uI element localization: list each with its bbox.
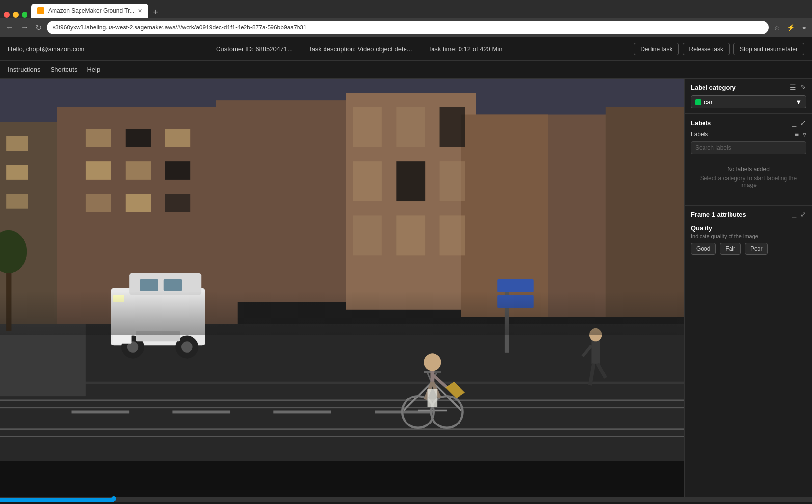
label-category-title: Label category [691, 84, 736, 91]
no-labels-desc: Select a category to start labeling the … [697, 175, 800, 188]
labels-section: Labels ⎯ ⤢ Labels ≡ ▿ No labels added Se… [685, 114, 812, 206]
svg-rect-33 [440, 215, 465, 255]
profile-icon[interactable]: ● [800, 23, 808, 32]
svg-rect-32 [396, 215, 425, 255]
window-close-btn[interactable] [4, 12, 10, 18]
task-time: Task time: 0:12 of 420 Min [428, 45, 503, 53]
svg-rect-37 [172, 411, 230, 414]
svg-rect-14 [86, 129, 111, 147]
quality-good-btn[interactable]: Good [691, 243, 716, 255]
address-bar[interactable] [47, 21, 769, 34]
quality-fair-btn[interactable]: Fair [720, 243, 741, 255]
svg-rect-9 [6, 136, 28, 151]
timeline-thumb [111, 496, 116, 501]
svg-rect-35 [0, 382, 684, 384]
svg-rect-4 [216, 100, 360, 302]
svg-rect-7 [606, 107, 684, 317]
svg-rect-61 [113, 335, 132, 344]
list-view-icon[interactable]: ☰ [790, 83, 796, 91]
svg-rect-13 [6, 194, 28, 208]
minimize-frame-icon[interactable]: ⎯ [792, 211, 796, 218]
forward-btn[interactable]: → [19, 21, 30, 34]
frame-attributes-title: Frame 1 attributes [691, 211, 746, 218]
svg-rect-92 [0, 292, 684, 335]
svg-rect-18 [126, 161, 151, 180]
frame-attributes-section: Frame 1 attributes ⎯ ⤢ Quality Indicate … [685, 206, 812, 262]
category-dropdown[interactable]: car ▼ [691, 95, 806, 108]
minimize-labels-icon[interactable]: ⎯ [792, 119, 796, 127]
funnel-icon[interactable]: ▿ [803, 131, 806, 138]
svg-rect-41 [0, 407, 684, 408]
decline-task-btn[interactable]: Decline task [634, 43, 678, 55]
expand-labels-icon[interactable]: ⤢ [800, 119, 806, 127]
svg-rect-43 [0, 436, 684, 437]
labels-sub-title: Labels [691, 131, 708, 138]
category-color-swatch [695, 99, 701, 105]
svg-rect-38 [273, 411, 331, 414]
new-tab-btn[interactable]: + [150, 7, 162, 18]
labels-title: Labels [691, 119, 711, 127]
search-labels-input[interactable] [691, 141, 806, 154]
app-header: Hello, chopt@amazon.com Customer ID: 688… [0, 37, 812, 61]
quality-label: Quality [691, 224, 806, 232]
svg-rect-25 [353, 107, 382, 147]
svg-rect-22 [165, 194, 190, 212]
label-category-section: Label category ☰ ✎ car ▼ [685, 79, 812, 114]
bookmark-icon[interactable]: ☆ [772, 23, 782, 32]
svg-rect-88 [497, 279, 534, 292]
browser-tab[interactable]: Amazon SageMaker Ground Tr... × [31, 4, 148, 18]
category-selected: car [704, 98, 713, 106]
svg-rect-28 [353, 161, 382, 201]
no-labels-area: No labels added Select a category to sta… [691, 154, 806, 200]
svg-rect-40 [0, 399, 684, 401]
svg-rect-78 [591, 338, 600, 363]
edit-icon[interactable]: ✎ [800, 83, 806, 91]
svg-rect-54 [164, 279, 182, 291]
timeline-progress [0, 498, 114, 502]
svg-rect-53 [140, 279, 158, 291]
svg-rect-36 [71, 411, 129, 414]
tab-close-btn[interactable]: × [138, 7, 142, 15]
extensions-icon[interactable]: ⚡ [785, 23, 797, 32]
user-greeting: Hello, chopt@amazon.com [8, 45, 84, 53]
svg-rect-11 [6, 165, 28, 179]
svg-rect-20 [86, 194, 111, 212]
svg-rect-27 [440, 107, 465, 147]
menu-instructions[interactable]: Instructions [8, 64, 40, 75]
svg-rect-42 [0, 428, 684, 430]
svg-rect-15 [126, 129, 151, 147]
back-btn[interactable]: ← [4, 21, 16, 34]
tab-favicon [37, 7, 44, 14]
timeline-bar[interactable] [0, 498, 812, 502]
svg-rect-19 [165, 161, 190, 180]
tab-title: Amazon SageMaker Ground Tr... [48, 7, 134, 14]
svg-point-74 [424, 353, 441, 371]
menu-bar: Instructions Shortcuts Help [0, 61, 812, 79]
right-panel: Label category ☰ ✎ car ▼ Labels ⎯ [684, 79, 812, 497]
expand-frame-icon[interactable]: ⤢ [800, 211, 806, 218]
toolbar: ▶ ◀ /10 frames ◀◀ ▶▶ [0, 502, 812, 504]
filter-icon[interactable]: ≡ [795, 131, 799, 138]
menu-shortcuts[interactable]: Shortcuts [50, 64, 77, 75]
window-maximize-btn[interactable] [22, 12, 27, 18]
no-labels-title: No labels added [697, 166, 800, 173]
svg-rect-31 [353, 215, 382, 255]
window-minimize-btn[interactable] [13, 12, 19, 18]
video-area [0, 79, 684, 497]
customer-id: Customer ID: 688520471... [216, 45, 293, 53]
svg-rect-21 [126, 194, 151, 212]
svg-rect-29 [396, 161, 425, 201]
video-frame[interactable] [0, 79, 684, 497]
chevron-down-icon: ▼ [795, 98, 802, 106]
refresh-btn[interactable]: ↻ [33, 21, 44, 34]
quality-poor-btn[interactable]: Poor [745, 243, 768, 255]
svg-point-59 [181, 341, 193, 353]
stop-resume-btn[interactable]: Stop and resume later [733, 43, 804, 55]
release-task-btn[interactable]: Release task [683, 43, 730, 55]
video-scene [0, 79, 684, 497]
svg-rect-30 [440, 161, 465, 201]
svg-rect-93 [0, 461, 684, 497]
quality-options: Good Fair Poor [691, 243, 806, 255]
menu-help[interactable]: Help [87, 64, 100, 75]
svg-rect-17 [86, 161, 111, 180]
